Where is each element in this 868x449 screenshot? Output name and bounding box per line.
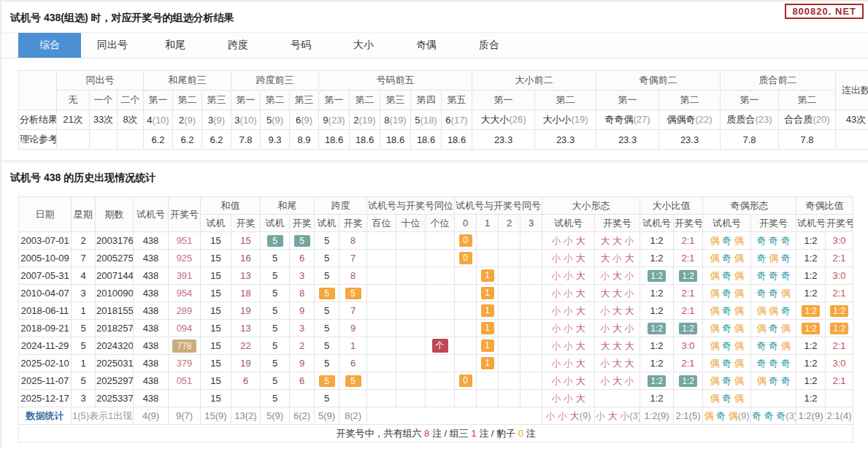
same-number-badge: 0 [459, 252, 472, 264]
shape-char: 偶 [769, 305, 778, 316]
shape-char: 偶 [729, 410, 738, 421]
summary-cell: 18.6 [442, 130, 472, 150]
summary-cell-count: (23) [329, 115, 345, 126]
cell-job-shiji: 1:2 [796, 390, 826, 407]
summary-cell-value: 7.8 [239, 134, 252, 145]
cell-samepos-1 [396, 337, 426, 355]
tab-item-1[interactable]: 同出号 [81, 33, 144, 58]
summary-cell-count: (18) [420, 115, 437, 126]
cell-hz-shiji-value: 15 [210, 375, 220, 386]
cell-samenum-2 [499, 355, 521, 372]
stats-value: 5(9) [315, 407, 339, 425]
cell-kai: 379 [169, 355, 201, 372]
summary-cell-value: 18.6 [325, 134, 343, 145]
cell-samenum-2 [499, 302, 521, 320]
cell-job-shiji: 1:2 [796, 267, 826, 285]
cell-job-shiji-value: 1:2 [804, 288, 817, 299]
cell-hw-shiji: 5 [261, 267, 290, 285]
shape-char: 小 [564, 323, 573, 334]
history-row: 2010-04-0732010090438954151858551小 小 大大 … [19, 285, 853, 302]
summary-sub-header: 第三 [202, 91, 231, 110]
cell-samenum-3 [521, 302, 542, 320]
cell-jo-shiji: 偶 奇 偶 [703, 355, 751, 372]
cell-dx-shiji: 小 小 大 [542, 302, 595, 320]
shape-char: 奇 [722, 393, 731, 404]
cell-samenum-1: 1 [477, 337, 499, 355]
cell-period: 2024320 [96, 337, 134, 355]
cell-kd-shiji-value: 5 [324, 340, 329, 351]
cell-dxb-shiji: 1:2 [640, 285, 674, 302]
history-row: 2003-07-0122003176438951151555580小 小 大大 … [19, 232, 853, 250]
cell-hz-kai-value: 13 [240, 270, 250, 281]
cell-kd-shiji-badge: 5 [319, 375, 335, 387]
shape-char: 小 [564, 340, 573, 351]
summary-cell: 9(23) [319, 110, 350, 130]
cell-kai: 051 [169, 372, 201, 390]
history-section-title: 试机号 438 的历史出现情况统计 [1, 160, 868, 192]
shape-char: 奇 [764, 410, 774, 421]
summary-sub-header: 第二 [173, 91, 202, 110]
cell-kd-kai: 8 [339, 267, 367, 285]
cell-job-shiji: 1:2 [796, 372, 826, 390]
shape-char: 偶 [710, 270, 719, 281]
tab-zonghe[interactable]: 综合 [18, 33, 81, 58]
cell-kd-kai-value: 9 [350, 323, 356, 334]
cell-dx-shiji: 小 小 大 [542, 337, 595, 355]
cell-hw-kai-value: 3 [299, 323, 304, 334]
cell-period: 2018155 [96, 302, 134, 320]
cell-jo-kai: 奇 奇 奇 [751, 267, 796, 285]
cell-hz-shiji: 15 [201, 302, 231, 320]
cell-samepos-2: 个 [426, 337, 455, 355]
cell-samenum-0 [455, 285, 477, 302]
cell-dxb-kai-value: 2:1 [681, 235, 694, 246]
shape-char: 奇 [769, 323, 778, 334]
tab-item-3[interactable]: 跨度 [207, 33, 269, 58]
summary-cell-count: (10) [240, 115, 257, 126]
stats-empty-span [367, 407, 542, 425]
cell-hw-shiji-value: 5 [272, 358, 277, 369]
cell-samepos-0 [367, 302, 396, 320]
cell-kd-kai-badge: 5 [345, 288, 361, 299]
tab-item-2[interactable]: 和尾 [144, 33, 207, 58]
summary-cell-count: (22) [695, 114, 712, 125]
cell-samenum-3 [521, 285, 542, 302]
cell-date: 2003-07-01 [19, 232, 72, 250]
cell-period: 2005275 [96, 250, 134, 267]
cell-job-kai: 1:2 [826, 320, 853, 337]
summary-cell: 6(9) [290, 110, 319, 130]
cell-hw-shiji-value: 5 [272, 288, 277, 299]
stats-value: 15(9) [201, 407, 231, 425]
shape-char: 大 [625, 305, 634, 316]
summary-cell: 8(19) [380, 110, 411, 130]
cell-samepos-0 [367, 250, 396, 267]
shape-char: 偶 [756, 323, 766, 334]
cell-samenum-0: 0 [455, 372, 477, 390]
shape-char: 奇 [781, 253, 791, 264]
footer-text: 开奖号中，共有组六 [336, 428, 424, 439]
shape-char: 偶 [781, 340, 791, 351]
stats-dxb-value: 2:1(5) [674, 407, 703, 425]
cell-kd-shiji: 5 [315, 250, 339, 267]
cell-kd-kai: 8 [339, 232, 367, 250]
shape-char: 大 [625, 358, 634, 369]
tab-item-7[interactable]: 质合 [458, 33, 521, 58]
tab-item-5[interactable]: 大小 [332, 33, 395, 58]
cell-samenum-2 [499, 337, 521, 355]
cell-dx-shiji: 小 小 大 [542, 267, 595, 285]
history-group-header: 和尾 [261, 197, 315, 215]
tab-item-6[interactable]: 奇偶 [395, 33, 458, 58]
summary-cell [90, 130, 118, 150]
shape-char: 奇 [722, 305, 731, 316]
cell-dxb-shiji-value: 1:2 [650, 358, 663, 369]
summary-cell-count: (9) [184, 115, 196, 126]
summary-cell-count: (9) [213, 115, 225, 126]
shape-char: 大 [612, 340, 622, 351]
cell-kai-value: 925 [177, 253, 193, 264]
summary-cell-value: 2 [353, 115, 358, 126]
cell-samenum-3 [521, 337, 542, 355]
cell-dxb-shiji-value: 1:2 [650, 393, 663, 404]
cell-hw-kai [290, 390, 315, 407]
summary-sub-header: 第一 [596, 91, 659, 110]
tab-item-4[interactable]: 号码 [269, 33, 332, 58]
shape-char: 小 [551, 323, 561, 334]
